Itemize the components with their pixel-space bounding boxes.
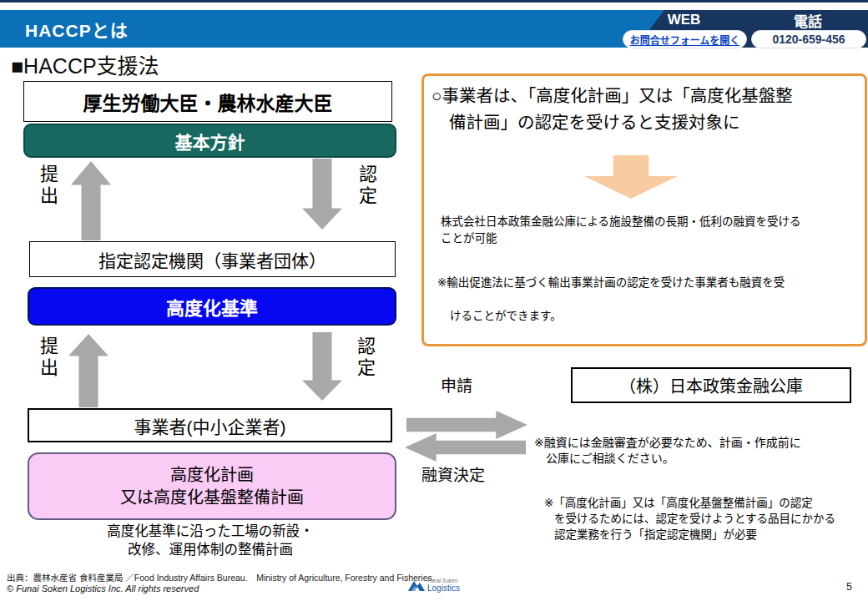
apply-label: 申請	[441, 373, 472, 396]
finance-note2-line2: を受けるためには、認定を受けようとする品目にかかる	[544, 512, 865, 528]
phone-number-button[interactable]: 0120-659-456	[751, 30, 866, 48]
copyright-text: © Funai Soken Logistics Inc. All rights …	[7, 583, 199, 593]
arrow-down-icon	[302, 332, 342, 401]
finance-note1-line2: 公庫にご相談ください。	[534, 451, 864, 467]
section-heading: ■HACCP支援法	[11, 49, 159, 79]
finance-note-1: ※融資には金融審査が必要なため、計画・作成前に 公庫にご相談ください。	[534, 435, 864, 467]
arrow-left-icon	[405, 433, 526, 462]
basic-policy-box: 基本方針	[23, 124, 396, 158]
phone-channel-label: 電話	[751, 11, 865, 29]
certify-label-2: 認定	[351, 336, 377, 380]
arrow-up-icon	[68, 334, 108, 407]
finance-note2-line1: ※「高度化計画」又は「高度化基盤整備計画」の認定	[544, 496, 865, 512]
operator-box: 事業者(中小企業者)	[28, 408, 392, 442]
logo-icon	[408, 579, 425, 592]
ministers-box: 厚生労働大臣・農林水産大臣	[23, 81, 392, 122]
support-note-line2: けることができます。	[437, 306, 848, 323]
arrow-down-icon	[302, 159, 342, 230]
contact-form-link-label[interactable]: お問合せフォームを開く	[630, 33, 740, 47]
plan-box-line1: 高度化計画	[170, 464, 254, 487]
arrow-up-icon	[71, 161, 111, 240]
submit-label-2: 提出	[33, 336, 60, 380]
finance-note2-line3: 認定業務を行う「指定認定機関」が必要	[544, 528, 865, 543]
logo-text: Funai Soken Logistics	[427, 578, 460, 593]
support-body-line1: 株式会社日本政策金融公庫による施設整備の長期・低利の融資を受ける	[441, 214, 851, 230]
standard-box: 高度化基準	[28, 287, 396, 326]
support-body-line2: ことが可能	[441, 230, 851, 247]
agency-box: 指定認定機関（事業者団体）	[29, 241, 396, 277]
source-citation: 出典：農林水産省 食料産業局 ／Food Industry Affairs Bu…	[7, 571, 435, 583]
support-headline-line2: 備計画」の認定を受けると支援対象に	[431, 109, 853, 136]
finance-note-2: ※「高度化計画」又は「高度化基盤整備計画」の認定 を受けるためには、認定を受けよ…	[544, 496, 865, 543]
logo-text-bottom: Logistics	[427, 584, 460, 593]
company-logo: Funai Soken Logistics	[408, 578, 460, 593]
support-headline: ○事業者は、「高度化計画」又は「高度化基盤整 備計画」の認定を受けると支援対象に	[431, 83, 853, 136]
plan-box-line2: 又は高度化基盤整備計画	[120, 487, 304, 509]
bank-box: （株）日本政策金融公庫	[571, 367, 851, 403]
plan-caption: 高度化基準に沿った工場の新設・ 改修、運用体制の整備計画	[28, 523, 393, 559]
arrow-right-icon	[406, 411, 527, 439]
support-note: ※輸出促進法に基づく輸出事業計画の認定を受けた事業者も融資を受 けることができま…	[437, 273, 848, 323]
page-number: 5	[846, 581, 852, 593]
submit-label-1: 提出	[33, 164, 60, 208]
slide: HACCPとは WEB 電話 お問合せフォームを開く 0120-659-456 …	[0, 0, 868, 601]
top-accent-line	[0, 0, 868, 3]
phone-number-label: 0120-659-456	[772, 33, 845, 46]
contact-form-button[interactable]: お問合せフォームを開く	[623, 30, 747, 48]
plan-caption-line2: 改修、運用体制の整備計画	[28, 541, 393, 559]
plan-caption-line1: 高度化基準に沿った工場の新設・	[28, 523, 393, 541]
finance-note1-line1: ※融資には金融審査が必要なため、計画・作成前に	[534, 436, 801, 449]
page-title: HACCPとは	[25, 10, 129, 48]
decision-label: 融資決定	[421, 462, 485, 485]
web-channel-label: WEB	[623, 11, 745, 29]
support-body: 株式会社日本政策金融公庫による施設整備の長期・低利の融資を受ける ことが可能	[441, 214, 851, 246]
support-headline-line1: ○事業者は、「高度化計画」又は「高度化基盤整	[431, 86, 793, 105]
plan-box: 高度化計画 又は高度化基盤整備計画	[28, 452, 396, 520]
support-note-line1: ※輸出促進法に基づく輸出事業計画の認定を受けた事業者も融資を受	[437, 276, 785, 289]
certify-label-1: 認定	[352, 164, 379, 208]
